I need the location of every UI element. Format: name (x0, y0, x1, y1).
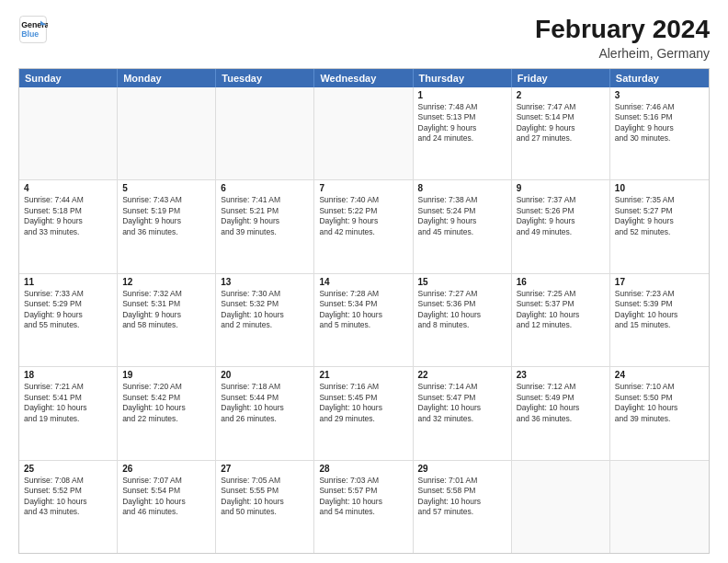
day-23: 23Sunrise: 7:12 AM Sunset: 5:49 PM Dayli… (512, 367, 610, 459)
day-20: 20Sunrise: 7:18 AM Sunset: 5:44 PM Dayli… (216, 367, 314, 459)
empty-cell (314, 87, 413, 179)
week-row-2: 4Sunrise: 7:44 AM Sunset: 5:18 PM Daylig… (19, 180, 709, 273)
day-info: Sunrise: 7:23 AM Sunset: 5:39 PM Dayligh… (615, 289, 704, 331)
day-3: 3Sunrise: 7:46 AM Sunset: 5:16 PM Daylig… (610, 87, 709, 179)
day-1: 1Sunrise: 7:48 AM Sunset: 5:13 PM Daylig… (414, 87, 512, 179)
day-number: 3 (615, 90, 704, 100)
day-info: Sunrise: 7:03 AM Sunset: 5:57 PM Dayligh… (319, 476, 407, 518)
day-number: 23 (517, 370, 605, 380)
day-8: 8Sunrise: 7:38 AM Sunset: 5:24 PM Daylig… (414, 180, 512, 272)
day-number: 27 (221, 464, 309, 474)
day-2: 2Sunrise: 7:47 AM Sunset: 5:14 PM Daylig… (512, 87, 610, 179)
page: General Blue February 2024 Alerheim, Ger… (0, 0, 728, 563)
day-21: 21Sunrise: 7:16 AM Sunset: 5:45 PM Dayli… (314, 367, 413, 459)
day-info: Sunrise: 7:21 AM Sunset: 5:41 PM Dayligh… (24, 382, 112, 424)
day-number: 16 (517, 277, 605, 287)
day-info: Sunrise: 7:20 AM Sunset: 5:42 PM Dayligh… (122, 382, 210, 424)
day-info: Sunrise: 7:27 AM Sunset: 5:36 PM Dayligh… (418, 289, 506, 331)
day-number: 20 (221, 370, 309, 380)
day-number: 1 (418, 90, 506, 100)
day-13: 13Sunrise: 7:30 AM Sunset: 5:32 PM Dayli… (216, 274, 314, 366)
day-10: 10Sunrise: 7:35 AM Sunset: 5:27 PM Dayli… (610, 180, 709, 272)
week-row-3: 11Sunrise: 7:33 AM Sunset: 5:29 PM Dayli… (19, 274, 709, 367)
day-28: 28Sunrise: 7:03 AM Sunset: 5:57 PM Dayli… (314, 461, 413, 553)
day-info: Sunrise: 7:05 AM Sunset: 5:55 PM Dayligh… (221, 476, 309, 518)
day-26: 26Sunrise: 7:07 AM Sunset: 5:54 PM Dayli… (118, 461, 216, 553)
day-info: Sunrise: 7:44 AM Sunset: 5:18 PM Dayligh… (24, 195, 112, 237)
header-day-sunday: Sunday (19, 69, 118, 87)
day-number: 28 (319, 464, 407, 474)
day-14: 14Sunrise: 7:28 AM Sunset: 5:34 PM Dayli… (314, 274, 413, 366)
day-info: Sunrise: 7:07 AM Sunset: 5:54 PM Dayligh… (122, 476, 210, 518)
day-19: 19Sunrise: 7:20 AM Sunset: 5:42 PM Dayli… (118, 367, 216, 459)
day-27: 27Sunrise: 7:05 AM Sunset: 5:55 PM Dayli… (216, 461, 314, 553)
day-12: 12Sunrise: 7:32 AM Sunset: 5:31 PM Dayli… (118, 274, 216, 366)
header-day-thursday: Thursday (414, 69, 512, 87)
day-number: 5 (122, 183, 210, 193)
day-info: Sunrise: 7:46 AM Sunset: 5:16 PM Dayligh… (615, 102, 704, 144)
day-info: Sunrise: 7:33 AM Sunset: 5:29 PM Dayligh… (24, 289, 112, 331)
day-number: 17 (615, 277, 704, 287)
empty-cell (610, 461, 709, 553)
day-11: 11Sunrise: 7:33 AM Sunset: 5:29 PM Dayli… (19, 274, 118, 366)
day-info: Sunrise: 7:40 AM Sunset: 5:22 PM Dayligh… (319, 195, 407, 237)
day-18: 18Sunrise: 7:21 AM Sunset: 5:41 PM Dayli… (19, 367, 118, 459)
day-info: Sunrise: 7:37 AM Sunset: 5:26 PM Dayligh… (517, 195, 605, 237)
empty-cell (19, 87, 118, 179)
day-number: 24 (615, 370, 704, 380)
day-info: Sunrise: 7:35 AM Sunset: 5:27 PM Dayligh… (615, 195, 704, 237)
day-24: 24Sunrise: 7:10 AM Sunset: 5:50 PM Dayli… (610, 367, 709, 459)
header-day-friday: Friday (512, 69, 610, 87)
title-block: February 2024 Alerheim, Germany (535, 15, 710, 61)
day-16: 16Sunrise: 7:25 AM Sunset: 5:37 PM Dayli… (512, 274, 610, 366)
day-number: 13 (221, 277, 309, 287)
day-15: 15Sunrise: 7:27 AM Sunset: 5:36 PM Dayli… (414, 274, 512, 366)
day-6: 6Sunrise: 7:41 AM Sunset: 5:21 PM Daylig… (216, 180, 314, 272)
day-number: 10 (615, 183, 704, 193)
day-number: 14 (319, 277, 407, 287)
day-17: 17Sunrise: 7:23 AM Sunset: 5:39 PM Dayli… (610, 274, 709, 366)
svg-text:General: General (21, 20, 48, 29)
header: General Blue February 2024 Alerheim, Ger… (18, 15, 710, 61)
day-number: 22 (418, 370, 506, 380)
day-info: Sunrise: 7:10 AM Sunset: 5:50 PM Dayligh… (615, 382, 704, 424)
logo: General Blue (18, 15, 51, 44)
week-row-4: 18Sunrise: 7:21 AM Sunset: 5:41 PM Dayli… (19, 367, 709, 460)
day-info: Sunrise: 7:18 AM Sunset: 5:44 PM Dayligh… (221, 382, 309, 424)
day-info: Sunrise: 7:28 AM Sunset: 5:34 PM Dayligh… (319, 289, 407, 331)
day-number: 2 (517, 90, 605, 100)
day-number: 9 (517, 183, 605, 193)
svg-text:Blue: Blue (21, 29, 39, 39)
day-info: Sunrise: 7:38 AM Sunset: 5:24 PM Dayligh… (418, 195, 506, 237)
day-info: Sunrise: 7:01 AM Sunset: 5:58 PM Dayligh… (418, 476, 506, 518)
week-row-5: 25Sunrise: 7:08 AM Sunset: 5:52 PM Dayli… (19, 461, 709, 553)
week-row-1: 1Sunrise: 7:48 AM Sunset: 5:13 PM Daylig… (19, 87, 709, 180)
day-number: 4 (24, 183, 112, 193)
day-number: 29 (418, 464, 506, 474)
day-info: Sunrise: 7:30 AM Sunset: 5:32 PM Dayligh… (221, 289, 309, 331)
empty-cell (118, 87, 216, 179)
day-number: 11 (24, 277, 112, 287)
day-number: 8 (418, 183, 506, 193)
day-number: 21 (319, 370, 407, 380)
calendar-header: SundayMondayTuesdayWednesdayThursdayFrid… (19, 69, 709, 87)
calendar: SundayMondayTuesdayWednesdayThursdayFrid… (18, 68, 710, 554)
header-day-tuesday: Tuesday (216, 69, 314, 87)
day-number: 25 (24, 464, 112, 474)
day-number: 15 (418, 277, 506, 287)
logo-icon: General Blue (18, 15, 48, 44)
day-number: 7 (319, 183, 407, 193)
empty-cell (216, 87, 314, 179)
day-info: Sunrise: 7:25 AM Sunset: 5:37 PM Dayligh… (517, 289, 605, 331)
day-number: 18 (24, 370, 112, 380)
day-info: Sunrise: 7:16 AM Sunset: 5:45 PM Dayligh… (319, 382, 407, 424)
day-info: Sunrise: 7:12 AM Sunset: 5:49 PM Dayligh… (517, 382, 605, 424)
day-7: 7Sunrise: 7:40 AM Sunset: 5:22 PM Daylig… (314, 180, 413, 272)
day-info: Sunrise: 7:14 AM Sunset: 5:47 PM Dayligh… (418, 382, 506, 424)
day-9: 9Sunrise: 7:37 AM Sunset: 5:26 PM Daylig… (512, 180, 610, 272)
header-day-monday: Monday (118, 69, 216, 87)
day-number: 6 (221, 183, 309, 193)
main-title: February 2024 (535, 15, 710, 44)
empty-cell (512, 461, 610, 553)
day-info: Sunrise: 7:47 AM Sunset: 5:14 PM Dayligh… (517, 102, 605, 144)
